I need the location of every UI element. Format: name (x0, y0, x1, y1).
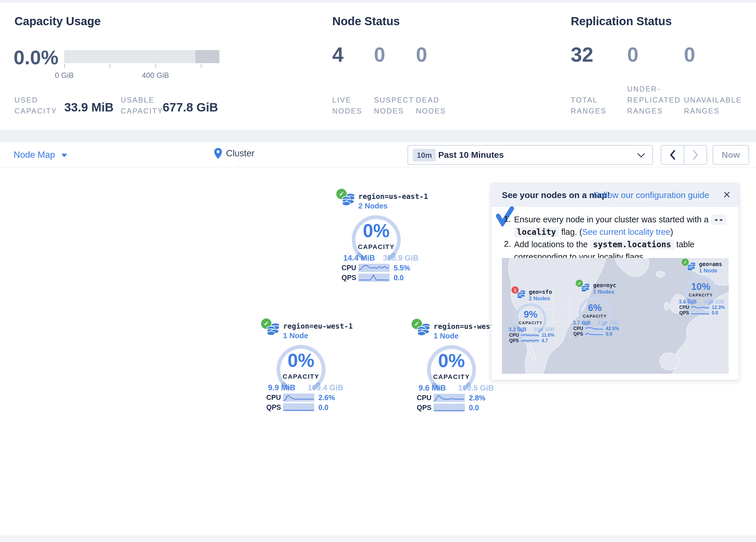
cpu-label: CPU (417, 394, 434, 402)
chevron-down-icon (637, 153, 645, 158)
region-label: geo=nyc (593, 282, 616, 289)
qps-sparkline (691, 311, 709, 315)
mini-region-geo-sfo: 1 geo=sfo 2 Nodes (504, 287, 557, 344)
cpu-sparkline (283, 394, 314, 402)
region-nodes-link[interactable]: 1 Node (283, 331, 308, 340)
used-capacity-label: USED CAPACITY (14, 94, 61, 116)
time-range-label: Past 10 Minutes (438, 150, 504, 160)
under-replicated-label: UNDER-REPLICATED RANGES (627, 83, 687, 116)
time-nav-group (661, 145, 707, 165)
step-number: 2. (504, 238, 511, 249)
replication-status-title: Replication Status (571, 15, 672, 28)
total-capacity: 34.4 GiB (704, 299, 724, 305)
cpu-label: CPU (509, 333, 521, 338)
configuration-guide-link[interactable]: Follow our configuration guide (593, 190, 709, 200)
region-nodes-link[interactable]: 2 Nodes (358, 201, 388, 210)
database-locality-icon (416, 322, 431, 337)
chevron-right-icon (692, 150, 699, 160)
live-nodes-label: LIVE NODES (332, 94, 370, 116)
step-1-text: Ensure every node in your cluster was st… (514, 213, 729, 238)
axis-tick (201, 64, 201, 68)
map-toolbar: Node Map Cluster 10m Past 10 Minutes (0, 142, 756, 167)
usable-capacity-label: USABLE CAPACITY (121, 94, 167, 116)
cpu-value: 5.5% (394, 264, 410, 272)
time-back-button[interactable] (661, 146, 684, 164)
cpu-row: CPU 11.0% (509, 333, 555, 338)
qps-row: QPS 0.0 (266, 403, 339, 412)
qps-sparkline (283, 403, 314, 412)
time-range-selector[interactable]: 10m Past 10 Minutes (408, 145, 653, 165)
axis-tick (110, 64, 110, 68)
dead-nodes-label: DEAD NODES (416, 94, 454, 116)
node-map-canvas: ✓ region=us-east-1 2 Nodes 0% CAPACITY 1… (0, 167, 756, 536)
capacity-label: CAPACITY (504, 321, 557, 325)
popup-header: See your nodes on a map! Follow our conf… (491, 183, 739, 207)
cpu-row: CPU 2.8% (417, 394, 489, 402)
time-preset-badge: 10m (413, 149, 436, 161)
capacity-label: CAPACITY (408, 373, 495, 381)
view-selector-label: Node Map (14, 150, 55, 160)
close-icon[interactable]: × (723, 187, 731, 201)
cpu-value: 11.0% (542, 333, 554, 338)
cluster-overview-page: Capacity Usage 0.0% 0 GiB 400 GiB USED C… (0, 0, 756, 542)
qps-label: QPS (342, 274, 358, 282)
used-capacity: 14.4 MiB (343, 253, 375, 262)
toolbar-divider (238, 142, 238, 168)
qps-sparkline (434, 404, 465, 412)
qps-label: QPS (417, 404, 434, 412)
capacity-label: CAPACITY (258, 373, 344, 381)
example-node-map-image: 1 geo=sfo 2 Nodes (502, 258, 729, 374)
capacity-percent: 0.0% (14, 46, 58, 69)
suspect-nodes-value: 0 (374, 43, 385, 66)
region-nodes-label: 2 Nodes (529, 295, 550, 302)
now-button[interactable]: Now (713, 145, 749, 165)
live-nodes-value: 4 (332, 43, 344, 66)
locality-flag-code: locality (514, 227, 559, 237)
breadcrumb[interactable]: Cluster (214, 148, 254, 159)
capacity-label: CAPACITY (569, 314, 621, 319)
mini-region-geo-nyc: ✓ geo=nyc 2 Nodes (569, 280, 621, 338)
axis-tick-label: 400 GiB (135, 71, 176, 80)
cpu-row: CPU 12.3% (679, 305, 726, 310)
database-locality-icon (580, 283, 591, 293)
mini-region-geo-ams: ✓ geo=ams 1 Node (675, 258, 727, 317)
capacity-label: CAPACITY (333, 243, 420, 251)
region-label: region=eu-west-1 (283, 322, 353, 330)
qps-value: 0.0 (712, 311, 718, 316)
used-capacity-value: 33.9 MiB (64, 99, 113, 115)
unavailable-ranges-label: UNAVAILABLE RANGES (684, 94, 746, 116)
view-selector-dropdown[interactable]: Node Map (14, 150, 67, 160)
total-ranges-value: 32 (571, 43, 593, 66)
qps-sparkline (521, 339, 539, 343)
total-capacity: 169.4 GiB (308, 383, 343, 392)
capacity-label: CAPACITY (675, 293, 727, 297)
unavailable-ranges-value: 0 (684, 43, 695, 66)
usable-capacity-value: 677.8 GiB (163, 99, 218, 115)
locality-tree-link[interactable]: See current locality tree (582, 227, 670, 236)
database-locality-icon (266, 322, 281, 337)
qps-row: QPS 0.0 (342, 273, 414, 282)
axis-tick (64, 64, 65, 68)
cpu-label: CPU (342, 264, 358, 272)
time-forward-button[interactable] (684, 146, 707, 164)
cpu-value: 12.3% (712, 305, 725, 310)
cpu-sparkline (521, 333, 539, 337)
qps-label: QPS (266, 403, 283, 412)
qps-label: QPS (509, 338, 521, 344)
cpu-label: CPU (573, 326, 585, 331)
database-locality-icon (516, 289, 526, 300)
cpu-sparkline (434, 394, 465, 402)
total-capacity: 35.1 GiB (533, 327, 554, 333)
capacity-percent: 0% (333, 220, 420, 241)
qps-value: 0.0 (606, 332, 612, 337)
total-capacity: 65.7 GiB (598, 320, 619, 326)
suspect-nodes-label: SUSPECT NODES (374, 94, 417, 116)
qps-value: 0.0 (394, 274, 404, 282)
region-nodes-link[interactable]: 1 Node (434, 332, 459, 341)
total-ranges-label: TOTAL RANGES (571, 94, 614, 116)
database-locality-icon (686, 261, 697, 272)
used-capacity: 9.9 MiB (268, 383, 296, 392)
region-label: geo=sfo (529, 289, 552, 295)
cpu-row: CPU 2.6% (266, 393, 339, 402)
total-capacity: 169.5 GiB (458, 384, 494, 393)
